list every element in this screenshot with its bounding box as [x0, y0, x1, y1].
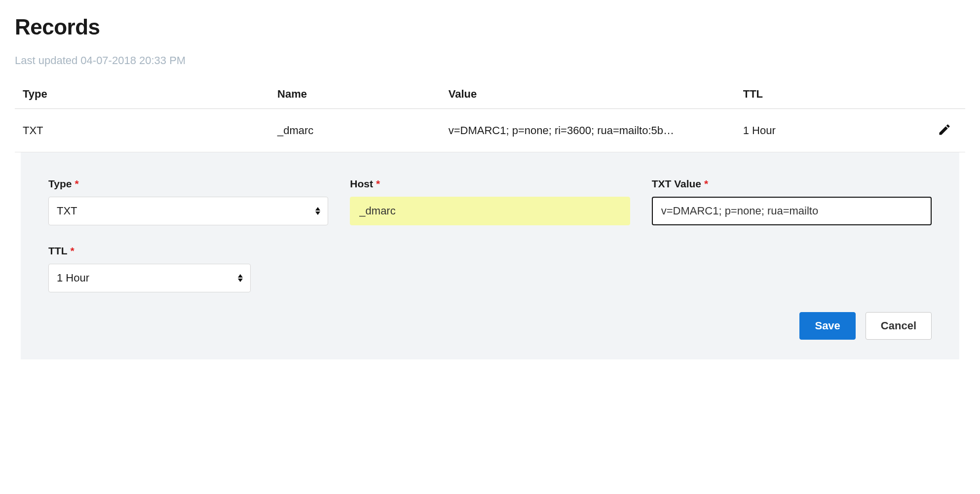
txt-value-input[interactable] — [660, 198, 923, 224]
page-title: Records — [15, 15, 965, 39]
type-select[interactable]: TXT — [48, 197, 328, 225]
col-header-name: Name — [271, 82, 443, 109]
label-type: Type* — [48, 178, 328, 190]
records-table: Type Name Value TTL TXT _dmarc v=DMARC1;… — [15, 82, 965, 152]
col-header-ttl: TTL — [737, 82, 899, 109]
pencil-icon — [938, 131, 951, 138]
txt-value-input-wrapper — [652, 197, 932, 225]
host-input-wrapper — [350, 197, 630, 225]
type-select-value: TXT — [57, 205, 77, 217]
edit-button[interactable] — [936, 121, 953, 140]
updown-icon — [315, 207, 321, 215]
save-button[interactable]: Save — [799, 312, 855, 340]
col-header-value: Value — [443, 82, 737, 109]
col-header-action — [899, 82, 965, 109]
cancel-button[interactable]: Cancel — [866, 312, 932, 340]
host-input[interactable] — [358, 197, 621, 225]
cell-name: _dmarc — [271, 109, 443, 152]
last-updated: Last updated 04-07-2018 20:33 PM — [15, 54, 965, 67]
col-header-type: Type — [15, 82, 271, 109]
cell-ttl: 1 Hour — [737, 109, 899, 152]
cell-value: v=DMARC1; p=none; ri=3600; rua=mailto:5b… — [443, 109, 737, 152]
ttl-select[interactable]: 1 Hour — [48, 264, 251, 292]
updown-icon — [237, 274, 243, 282]
label-txt-value: TXT Value* — [652, 178, 932, 190]
label-host: Host* — [350, 178, 630, 190]
field-host: Host* — [350, 178, 630, 225]
ttl-select-value: 1 Hour — [57, 272, 89, 284]
table-header-row: Type Name Value TTL — [15, 82, 965, 109]
field-type: Type* TXT — [48, 178, 328, 225]
field-txt-value: TXT Value* — [652, 178, 932, 225]
edit-record-panel: Type* TXT Host* TXT Value* — [21, 152, 959, 359]
field-ttl: TTL* 1 Hour — [48, 245, 251, 292]
table-row: TXT _dmarc v=DMARC1; p=none; ri=3600; ru… — [15, 109, 965, 152]
label-ttl: TTL* — [48, 245, 251, 257]
cell-type: TXT — [15, 109, 271, 152]
